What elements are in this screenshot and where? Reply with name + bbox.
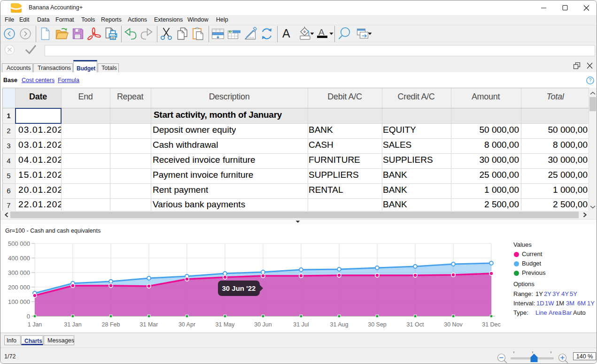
svg-text:31 Jul: 31 Jul [293,321,309,328]
svg-text:31 Dec: 31 Dec [482,321,501,328]
svg-text:30 Sep: 30 Sep [368,321,387,328]
svg-text:30 Apr: 30 Apr [178,321,195,328]
svg-text:300 000: 300 000 [8,269,30,276]
svg-text:31 Jan: 31 Jan [64,321,82,328]
svg-text:31 May: 31 May [216,321,235,328]
svg-text:28 Feb: 28 Feb [102,321,120,328]
svg-text:100 000: 100 000 [8,298,30,305]
svg-text:0: 0 [27,313,30,320]
svg-text:500 000: 500 000 [8,240,30,247]
svg-text:31 Aug: 31 Aug [330,321,349,328]
svg-text:30 Nov: 30 Nov [444,321,463,328]
svg-text:31 Mar: 31 Mar [140,321,158,328]
svg-text:?: ? [589,77,592,83]
svg-text:30 Jun '22: 30 Jun '22 [222,284,256,292]
svg-text:31 Oct: 31 Oct [407,321,424,328]
svg-text:400 000: 400 000 [8,255,30,262]
svg-text:200 000: 200 000 [8,284,30,291]
svg-text:30 Jun: 30 Jun [254,321,272,328]
svg-text:1 Jan: 1 Jan [28,321,42,328]
